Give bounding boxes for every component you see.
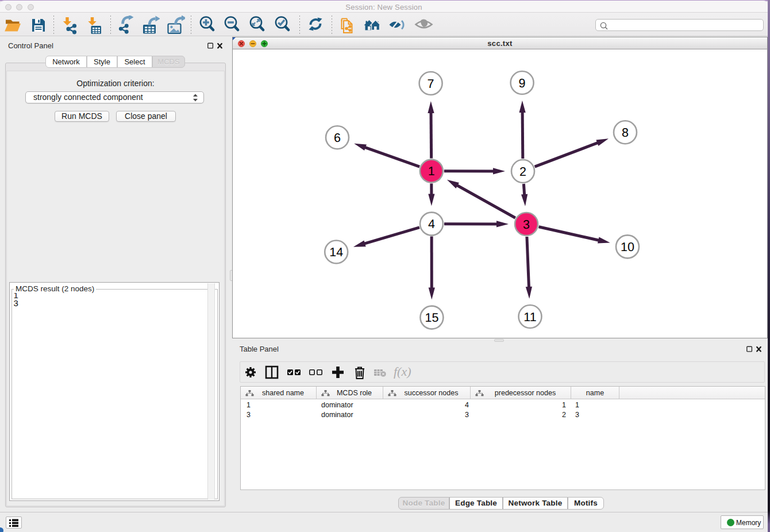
- svg-text:3: 3: [523, 218, 530, 232]
- svg-text:9: 9: [519, 76, 526, 90]
- svg-text:11: 11: [523, 310, 536, 324]
- svg-text:10: 10: [621, 240, 634, 254]
- svg-text:7: 7: [428, 77, 434, 91]
- svg-text:14: 14: [329, 245, 343, 259]
- svg-text:15: 15: [425, 311, 438, 325]
- svg-text:8: 8: [622, 126, 629, 140]
- svg-text:4: 4: [428, 217, 435, 231]
- svg-text:1: 1: [428, 164, 435, 178]
- svg-text:2: 2: [519, 165, 526, 179]
- svg-text:6: 6: [334, 131, 341, 145]
